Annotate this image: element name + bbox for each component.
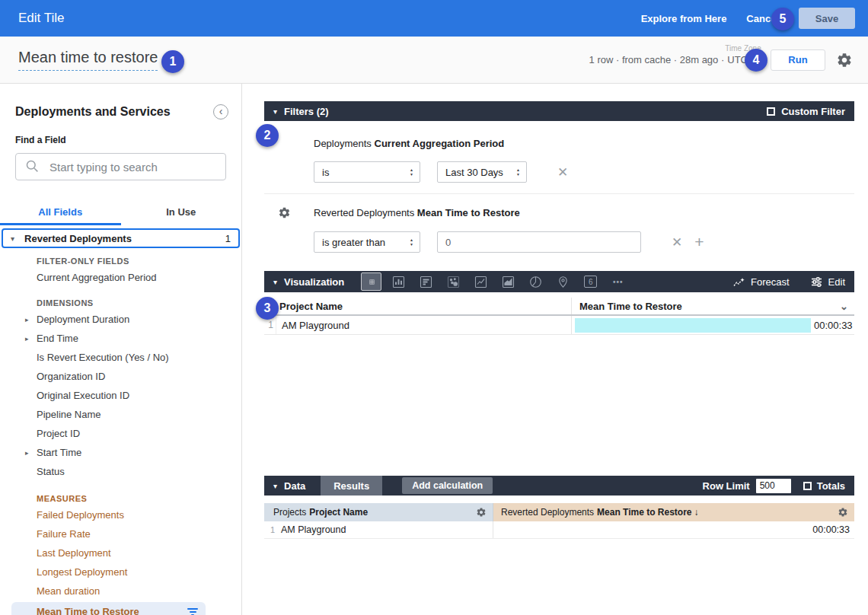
selected-field-label: Mean Time to Restore <box>37 606 139 615</box>
field-start-time[interactable]: ▸Start Time <box>0 443 241 462</box>
field-mean-duration[interactable]: Mean duration <box>0 582 241 601</box>
viz-type-table-icon[interactable] <box>361 272 381 291</box>
edit-viz-button[interactable]: Edit <box>811 276 845 288</box>
field-pipeline-name[interactable]: Pipeline Name <box>0 405 241 424</box>
field-project-id[interactable]: Project ID <box>0 424 241 443</box>
select-stepper-icon: ▲▼ <box>404 167 413 177</box>
data-header-bar[interactable]: ▾ Data Results Add calculation Row Limit… <box>264 476 854 496</box>
query-settings-gear-icon[interactable] <box>836 52 853 69</box>
remove-filter-1-icon[interactable]: ✕ <box>557 164 568 180</box>
filter-2-operator-select[interactable]: is greater than ▲▼ <box>314 231 420 253</box>
query-status-text: 1 row · from cache · 28m ago · <box>589 54 725 65</box>
sort-descending-icon[interactable]: ↓ <box>694 507 699 518</box>
arrow-right-icon[interactable]: ▸ <box>25 449 29 457</box>
filter-divider <box>264 193 854 194</box>
tab-all-fields[interactable]: All Fields <box>0 198 121 225</box>
find-a-field-label: Find a Field <box>15 135 241 145</box>
field-original-execution-id[interactable]: Original Execution ID <box>0 386 241 405</box>
field-tabs: All Fields In Use <box>0 198 241 225</box>
filter-2-field-name: Mean Time to Restore <box>417 207 520 218</box>
tab-in-use[interactable]: In Use <box>121 198 242 225</box>
filter-1-value-select[interactable]: Last 30 Days ▲▼ <box>437 161 527 183</box>
viz-table-header-row: Project Name Mean Time to Restore ⌄ <box>264 298 854 316</box>
results-row[interactable]: 1 AM Playground 00:00:33 <box>264 521 854 539</box>
field-last-deployment[interactable]: Last Deployment <box>0 543 241 562</box>
add-calculation-button[interactable]: Add calculation <box>402 477 493 494</box>
viz-type-single-value-icon[interactable]: 6 <box>580 272 601 291</box>
custom-filter-label: Custom Filter <box>781 106 845 117</box>
arrow-right-icon[interactable]: ▸ <box>25 335 29 343</box>
field-deployment-duration[interactable]: ▸Deployment Duration <box>0 310 241 329</box>
viz-type-column-chart-icon[interactable] <box>388 272 409 291</box>
viz-empty-area <box>264 335 854 476</box>
viz-table-row[interactable]: 1 AM Playground 00:00:33 <box>264 316 854 335</box>
more-viz-types-icon[interactable]: ••• <box>608 272 628 291</box>
viz-cell-project-name: AM Playground <box>276 320 349 331</box>
column-gear-icon[interactable] <box>838 507 848 518</box>
field-failure-rate[interactable]: Failure Rate <box>0 524 241 543</box>
select-stepper-icon: ▲▼ <box>404 237 413 247</box>
view-field-count: 1 <box>225 233 231 244</box>
viz-cell-value: 00:00:33 <box>814 320 853 331</box>
totals-checkbox[interactable] <box>803 482 812 490</box>
filter-1-operator-select[interactable]: is ▲▼ <box>314 161 420 183</box>
filter-by-field-icon[interactable] <box>187 608 198 615</box>
filters-header-bar[interactable]: ▾ Filters (2) Custom Filter <box>264 101 854 121</box>
caret-down-icon: ▾ <box>273 107 277 116</box>
viz-type-scatter-plot-icon[interactable] <box>443 272 464 291</box>
forecast-button[interactable]: Forecast <box>733 276 790 288</box>
viz-type-line-chart-icon[interactable] <box>471 272 491 291</box>
data-header-label: Data <box>284 480 305 492</box>
results-tab[interactable]: Results <box>321 476 382 496</box>
filter-2-value-input[interactable] <box>437 231 641 253</box>
column-gear-icon[interactable] <box>476 507 487 518</box>
field-longest-deployment[interactable]: Longest Deployment <box>0 562 241 582</box>
visualization-header-label: Visualization <box>284 276 344 288</box>
column-menu-chevron-icon[interactable]: ⌄ <box>840 301 848 312</box>
field-picker-sidebar: Deployments and Services ‹ Find a Field … <box>0 84 242 615</box>
viz-type-map-pin-icon[interactable] <box>553 272 573 291</box>
visualization-header-bar[interactable]: ▾ Visualization <box>264 271 854 292</box>
view-row-reverted-deployments[interactable]: ▾ Reverted Deployments 1 <box>2 228 240 248</box>
tile-title[interactable]: Mean time to restore <box>18 49 158 71</box>
run-button[interactable]: Run <box>771 49 825 71</box>
data-panel: ▾ Data Results Add calculation Row Limit… <box>264 476 854 539</box>
filter-1-field-name: Current Aggregation Period <box>375 138 505 149</box>
annotation-badge-1: 1 <box>161 50 184 73</box>
save-button[interactable]: Save <box>799 8 855 29</box>
arrow-right-icon[interactable]: ▸ <box>25 316 29 323</box>
viz-col-mean-time-to-restore[interactable]: Mean Time to Restore ⌄ <box>572 298 854 314</box>
tile-subheader: Mean time to restore 1 row · from cache … <box>0 37 868 84</box>
field-mean-time-to-restore-selected[interactable]: Mean Time to Restore <box>11 602 206 615</box>
field-organization-id[interactable]: Organization ID <box>0 367 241 386</box>
cell-data-bar <box>575 318 811 333</box>
row-limit-input[interactable] <box>756 479 791 493</box>
field-end-time[interactable]: ▸End Time <box>0 329 241 348</box>
filter-2-gear-icon[interactable] <box>278 206 291 219</box>
annotation-badge-2: 2 <box>256 124 279 147</box>
viz-type-bar-chart-icon[interactable] <box>416 272 436 291</box>
field-is-revert-execution[interactable]: Is Revert Execution (Yes / No) <box>0 348 241 367</box>
viz-col-project-name[interactable]: Project Name <box>264 298 572 314</box>
explore-from-here-link[interactable]: Explore from Here <box>641 13 727 24</box>
active-tab-underline <box>0 223 121 225</box>
results-col-mean-time-to-restore[interactable]: Reverted Deployments Mean Time to Restor… <box>493 503 854 521</box>
remove-filter-2-icon[interactable]: ✕ <box>672 234 682 250</box>
viz-type-pie-chart-icon[interactable] <box>525 272 546 291</box>
filter-2-view-name: Reverted Deployments <box>314 207 414 218</box>
field-status[interactable]: Status <box>0 462 241 481</box>
search-icon <box>25 159 40 174</box>
field-failed-deployments[interactable]: Failed Deployments <box>0 505 241 524</box>
custom-filter-checkbox[interactable] <box>767 107 775 116</box>
sliders-icon <box>811 276 822 288</box>
add-filter-icon[interactable]: + <box>694 233 704 251</box>
filter-1-view-name: Deployments <box>314 138 372 149</box>
viz-type-area-chart-icon[interactable] <box>498 272 519 291</box>
field-current-aggregation-period[interactable]: Current Aggregation Period <box>0 268 241 287</box>
collapse-sidebar-button[interactable]: ‹ <box>213 104 228 119</box>
top-app-bar: Edit Tile Explore from Here Cancel Save <box>0 0 868 37</box>
results-col-project-name[interactable]: Projects Project Name <box>264 503 493 521</box>
field-search-input[interactable] <box>15 153 226 180</box>
section-measures: MEASURES <box>0 492 241 505</box>
results-header-row: Projects Project Name Reverted Deploymen… <box>264 503 854 521</box>
